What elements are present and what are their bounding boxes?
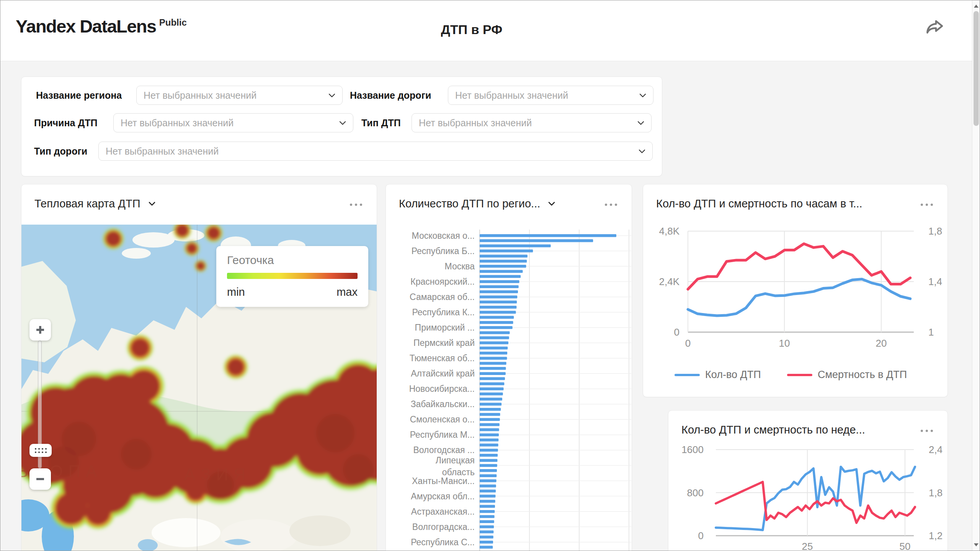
filter-select-region[interactable]: Нет выбранных значений [136,86,343,105]
svg-text:10: 10 [779,337,790,349]
header: Yandex DataLensPublic ДТП в РФ [0,0,973,61]
widget-menu-button[interactable] [918,427,935,434]
svg-text:25: 25 [802,541,813,551]
svg-text:20: 20 [876,337,887,349]
chevron-down-icon[interactable] [147,199,157,208]
svg-text:2,4: 2,4 [929,444,942,455]
scroll-up-arrow[interactable] [974,3,978,8]
line-chart-hours-card: Кол-во ДТП и смертность по часам в т... … [643,184,948,397]
legend-min-label: min [227,286,245,298]
line-chart-hours-title: Кол-во ДТП и смертность по часам в т... [656,197,862,210]
heatmap-map[interactable]: ЕВРОПА АЗИЯ Геоточка min max [21,225,377,551]
app-window: Yandex DataLensPublic ДТП в РФ Название … [0,0,980,551]
datalens-logo[interactable]: Yandex DataLensPublic [16,16,187,37]
heatmap-title[interactable]: Тепловая карта ДТП [34,197,140,210]
page-title: ДТП в РФ [441,22,502,37]
widget-menu-button[interactable] [348,201,364,208]
chevron-down-icon [338,119,347,127]
svg-text:Республика М...: Республика М... [410,430,475,440]
filter-select-accident-type[interactable]: Нет выбранных значений [412,113,652,132]
legend-line-swatch-red [787,374,812,376]
widget-menu-button[interactable] [603,201,619,208]
svg-text:Республика С...: Республика С... [411,537,475,547]
filter-placeholder: Нет выбранных значений [114,117,234,129]
share-button[interactable] [923,17,946,38]
svg-text:1600: 1600 [681,444,704,455]
svg-text:Пермский край: Пермский край [413,338,475,348]
filter-label-cause: Причина ДТП [34,113,98,132]
zoom-in-button[interactable] [29,319,51,341]
svg-text:0: 0 [685,337,691,349]
svg-text:1: 1 [928,326,934,338]
svg-text:50: 50 [900,541,911,551]
svg-text:Красноярский...: Красноярский... [410,277,475,287]
svg-text:1,8: 1,8 [928,225,942,237]
svg-text:Москва: Москва [444,261,475,271]
svg-text:0: 0 [674,326,679,338]
minus-icon [35,474,46,484]
bar-chart: Московская о...Республика Б...МоскваКрас… [386,184,632,551]
filters-panel: Название региона Нет выбранных значений … [21,77,662,176]
scroll-down-arrow[interactable] [974,543,978,548]
svg-text:1,4: 1,4 [928,276,942,287]
filter-label-region: Название региона [36,86,122,105]
chevron-down-icon [638,147,646,155]
svg-text:Липецкая: Липецкая [436,455,475,465]
svg-text:Приморский ...: Приморский ... [415,323,475,333]
chevron-down-icon [639,91,647,99]
svg-text:Алтайский край: Алтайский край [411,368,475,378]
filter-select-cause[interactable]: Нет выбранных значений [113,113,353,132]
legend-line-swatch-blue [675,374,700,376]
chevron-down-icon [637,119,645,127]
svg-text:Тюменская об...: Тюменская об... [410,353,475,363]
svg-text:Волгоградска...: Волгоградска... [412,522,475,532]
scrollbar-thumb[interactable] [973,11,979,126]
svg-text:Новосибирска...: Новосибирска... [409,384,475,394]
svg-text:Республика К...: Республика К... [412,307,475,317]
line-chart-weeks-title: Кол-во ДТП и смертность по неде... [681,424,865,436]
widget-menu-button[interactable] [918,201,935,208]
svg-text:Смоленская о...: Смоленская о... [410,414,475,424]
svg-text:800: 800 [687,487,704,499]
bar-chart-card: Количество ДТП по регио... Московская о.… [385,184,632,551]
filter-placeholder: Нет выбранных значений [412,117,532,129]
legend-gradient-bar [227,273,358,279]
filter-select-road-type[interactable]: Нет выбранных значений [98,142,653,161]
line-chart-hours: 4,8K2,4K01,81,4101020 [643,184,948,398]
filter-placeholder: Нет выбранных значений [448,90,568,101]
plus-icon [35,324,46,335]
svg-text:1,8: 1,8 [929,487,942,499]
svg-text:Ханты-Манси...: Ханты-Манси... [412,476,475,486]
zoom-out-button[interactable] [29,468,51,490]
map-label-asia: АЗИЯ [184,465,251,484]
svg-text:Вологодская ...: Вологодская ... [413,445,475,455]
svg-text:Амурская обл...: Амурская обл... [411,491,475,501]
filter-label-road: Название дороги [350,86,431,105]
ruler-button[interactable] [29,444,52,457]
legend-item-accidents[interactable]: Кол-во ДТП [675,369,761,381]
svg-text:0: 0 [698,530,704,541]
chevron-down-icon[interactable] [547,199,556,208]
svg-text:Московская о...: Московская о... [412,231,475,241]
filter-label-accident-type: Тип ДТП [361,113,401,132]
svg-text:2,4K: 2,4K [659,276,680,287]
filter-label-road-type: Тип дороги [34,142,87,161]
svg-text:Республика Б...: Республика Б... [412,246,475,256]
svg-text:1,2: 1,2 [929,530,942,541]
share-arrow-icon [924,18,944,37]
line-chart-weeks-card: Кол-во ДТП и смертность по неде... 16008… [668,410,948,551]
filter-placeholder: Нет выбранных значений [137,90,256,101]
svg-text:Астраханская...: Астраханская... [411,507,475,517]
filter-select-road[interactable]: Нет выбранных значений [448,86,653,105]
chart-legend: Кол-во ДТП Смертность в ДТП [643,369,947,382]
legend-item-mortality[interactable]: Смертность в ДТП [787,369,907,381]
filter-placeholder: Нет выбранных значений [99,146,219,157]
logo-text: Yandex DataLens [16,16,156,36]
svg-text:4,8K: 4,8K [659,225,680,237]
vertical-scrollbar [972,0,980,551]
bar-chart-title[interactable]: Количество ДТП по регио... [399,197,540,210]
svg-text:Самарская об...: Самарская об... [410,292,475,302]
logo-badge-public: Public [159,17,187,28]
legend-title: Геоточка [227,254,274,267]
heatmap-card: Тепловая карта ДТП [21,184,377,551]
